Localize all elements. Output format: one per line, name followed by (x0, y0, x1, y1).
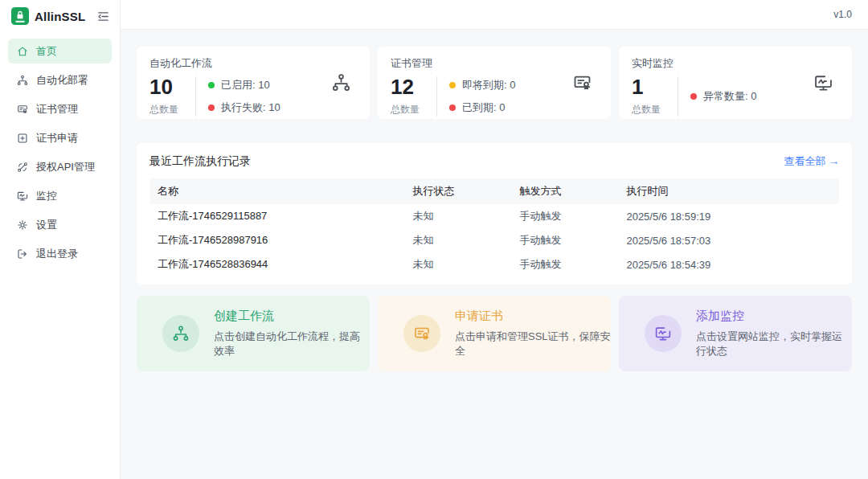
column-header-time: 执行时间 (618, 184, 839, 199)
stat-card-certificates: 证书管理 12 总数量 即将到期: 0 (378, 47, 611, 119)
sidebar-item-label: 退出登录 (36, 247, 78, 261)
certificate-icon (16, 103, 29, 116)
cell-trigger: 手动触发 (511, 257, 618, 272)
main-area: v1.0 自动化工作流 10 总数量 (121, 0, 868, 479)
app-root: AllinSSL 首页 自动化部署 证书管理 证书申请 授权API管理 (0, 0, 868, 479)
monitor-icon (813, 72, 834, 94)
certificate-icon (412, 324, 432, 343)
action-icon-circle (162, 315, 199, 352)
sidebar-item-home[interactable]: 首页 (8, 39, 112, 63)
sidebar-item-label: 设置 (36, 218, 57, 232)
certificate-icon (571, 72, 593, 94)
status-dot-green (208, 82, 215, 88)
sidebar-item-monitor[interactable]: 监控 (8, 183, 112, 208)
metric-enabled: 已启用: 10 (208, 78, 280, 92)
records-title: 最近工作流执行记录 (149, 154, 251, 169)
sidebar-item-label: 首页 (36, 44, 57, 59)
action-desc: 点击创建自动化工作流程，提高效率 (214, 330, 370, 358)
add-monitor-card[interactable]: 添加监控 点击设置网站监控，实时掌握运行状态 (619, 296, 852, 371)
action-title: 添加监控 (696, 309, 852, 324)
metric-failed: 执行失败: 10 (208, 100, 280, 115)
cell-name: 工作流-1746528987916 (149, 233, 404, 248)
gear-icon (16, 219, 29, 231)
stat-title: 实时监控 (632, 56, 839, 71)
sidebar-item-cert-apply[interactable]: 证书申请 (8, 125, 112, 150)
sidebar: AllinSSL 首页 自动化部署 证书管理 证书申请 授权API管理 (0, 0, 121, 479)
divider (195, 76, 196, 117)
stat-title: 自动化工作流 (149, 56, 357, 71)
status-dot-red (208, 104, 215, 111)
column-header-status: 执行状态 (404, 184, 511, 199)
action-icon-circle (645, 315, 682, 352)
records-table: 名称 执行状态 触发方式 执行时间 工作流-1746529115887 未知 手… (149, 178, 839, 276)
logo-row: AllinSSL (0, 0, 120, 32)
version-label: v1.0 (833, 9, 852, 20)
monitor-icon (16, 190, 29, 203)
divider (678, 76, 678, 117)
action-icon-circle (403, 315, 440, 352)
cell-status: 未知 (404, 209, 511, 223)
table-row: 工作流-1746528987916 未知 手动触发 2025/5/6 18:57… (149, 228, 839, 252)
table-row: 工作流-1746529115887 未知 手动触发 2025/5/6 18:59… (149, 204, 839, 228)
sidebar-item-label: 监控 (36, 189, 57, 203)
column-header-name: 名称 (149, 184, 404, 199)
metric-label: 执行失败: 10 (221, 100, 280, 115)
stat-total-value: 12 (391, 76, 424, 97)
view-all-link[interactable]: 查看全部 → (784, 154, 839, 169)
stat-total-value: 1 (632, 76, 665, 97)
metric-label: 异常数量: 0 (703, 89, 756, 104)
status-dot-red (449, 104, 456, 111)
metric-abnormal: 异常数量: 0 (690, 89, 756, 104)
action-desc: 点击设置网站监控，实时掌握运行状态 (696, 330, 852, 358)
home-icon (16, 45, 29, 58)
divider (436, 76, 437, 117)
sidebar-item-label: 自动化部署 (36, 73, 88, 88)
monitor-icon (653, 324, 673, 343)
cell-name: 工作流-1746528836944 (149, 257, 404, 272)
workflow-icon (330, 72, 352, 94)
create-workflow-card[interactable]: 创建工作流 点击创建自动化工作流程，提高效率 (137, 296, 370, 371)
metric-label: 即将到期: 0 (462, 78, 515, 92)
cell-time: 2025/5/6 18:57:03 (618, 235, 839, 247)
stat-total-value: 10 (149, 76, 183, 97)
stats-row: 自动化工作流 10 总数量 已启用: 10 (137, 47, 852, 119)
sidebar-item-logout[interactable]: 退出登录 (8, 241, 112, 266)
status-dot-yellow (449, 82, 456, 88)
stat-card-monitoring: 实时监控 1 总数量 异常数量: 0 (619, 47, 852, 119)
metric-expired: 已到期: 0 (449, 100, 515, 115)
cell-name: 工作流-1746529115887 (149, 209, 404, 223)
stat-total-label: 总数量 (391, 103, 424, 117)
cell-status: 未知 (404, 233, 511, 248)
apply-certificate-card[interactable]: 申请证书 点击申请和管理SSL证书，保障安全 (378, 296, 611, 371)
cell-trigger: 手动触发 (511, 233, 618, 248)
api-link-icon (16, 161, 29, 174)
records-card: 最近工作流执行记录 查看全部 → 名称 执行状态 触发方式 执行时间 工作流-1… (137, 143, 852, 285)
sidebar-item-label: 证书申请 (36, 131, 78, 145)
cell-time: 2025/5/6 18:54:39 (618, 259, 839, 271)
actions-row: 创建工作流 点击创建自动化工作流程，提高效率 申请证书 点击申请和管理SSL证书… (137, 296, 852, 371)
menu-fold-icon[interactable] (96, 10, 110, 23)
certificate-add-icon (16, 132, 29, 145)
column-header-trigger: 触发方式 (511, 184, 618, 199)
sidebar-item-api-manage[interactable]: 授权API管理 (8, 154, 112, 179)
stat-card-workflows: 自动化工作流 10 总数量 已启用: 10 (137, 47, 370, 119)
sidebar-menu: 首页 自动化部署 证书管理 证书申请 授权API管理 监控 (0, 32, 120, 272)
metric-expiring: 即将到期: 0 (449, 78, 515, 92)
stat-title: 证书管理 (391, 56, 598, 71)
table-header: 名称 执行状态 触发方式 执行时间 (149, 178, 839, 204)
sidebar-item-settings[interactable]: 设置 (8, 212, 112, 237)
topbar: v1.0 (121, 0, 868, 30)
logout-icon (16, 248, 29, 260)
action-desc: 点击申请和管理SSL证书，保障安全 (455, 330, 611, 358)
sidebar-item-auto-deploy[interactable]: 自动化部署 (8, 68, 112, 92)
metric-label: 已启用: 10 (221, 78, 270, 92)
content: 自动化工作流 10 总数量 已启用: 10 (121, 30, 868, 479)
stat-total-label: 总数量 (632, 103, 665, 117)
cell-trigger: 手动触发 (511, 209, 618, 223)
action-title: 申请证书 (455, 309, 611, 324)
sidebar-item-label: 证书管理 (36, 102, 78, 117)
workflow-icon (171, 324, 190, 343)
metric-label: 已到期: 0 (462, 100, 505, 115)
table-row: 工作流-1746528836944 未知 手动触发 2025/5/6 18:54… (149, 252, 839, 276)
sidebar-item-cert-manage[interactable]: 证书管理 (8, 96, 112, 121)
